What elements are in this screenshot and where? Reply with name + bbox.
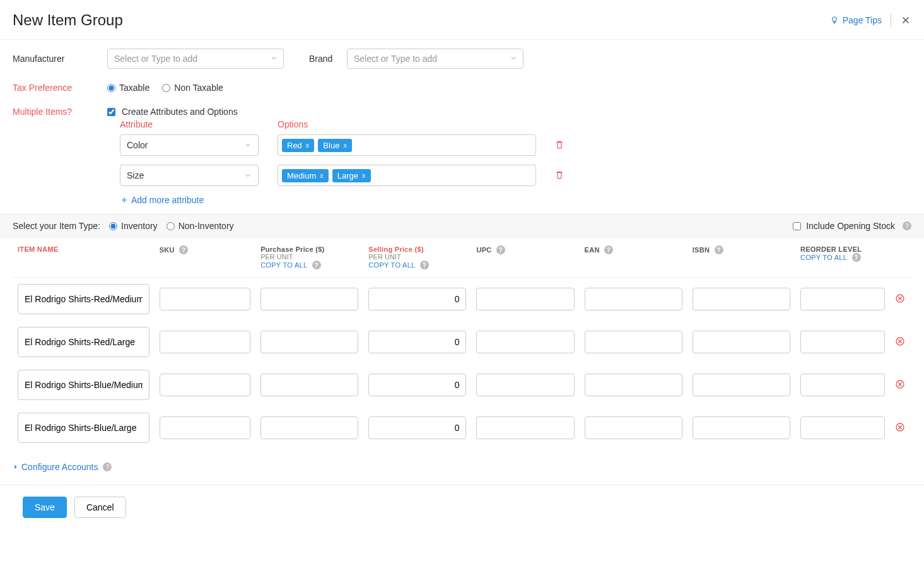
help-icon: ? [179,245,188,254]
selling-price-input[interactable] [368,374,466,396]
delete-row-button[interactable] [895,338,905,348]
copy-to-all-purchase[interactable]: COPY TO ALL [260,261,307,269]
save-button[interactable]: Save [23,497,67,518]
attribute-select-1[interactable]: Size [120,165,259,186]
options-box-0[interactable]: Redx Bluex [278,134,536,156]
configure-accounts-label: Configure Accounts [21,462,98,472]
help-icon: ? [312,261,321,269]
help-icon: ? [715,245,723,254]
attribute-header: Attribute [120,119,259,129]
isbn-input[interactable] [693,416,790,439]
page-tips-label: Page Tips [843,15,882,25]
purchase-price-input[interactable] [260,416,358,439]
option-tag[interactable]: Redx [282,139,314,152]
ean-input[interactable] [585,288,682,310]
col-purchase-price: Purchase Price ($) PER UNIT COPY TO ALL … [255,238,363,278]
plus-icon [120,196,129,204]
help-icon: ? [852,253,861,262]
taxable-label: Taxable [119,83,149,93]
delete-attribute-button[interactable] [555,170,564,181]
options-box-1[interactable]: Mediumx Largex [278,165,536,186]
manufacturer-select[interactable] [107,49,284,69]
delete-row-button[interactable] [895,295,905,305]
nontaxable-radio[interactable]: Non Taxable [162,83,223,93]
create-attributes-label: Create Attributes and Options [122,107,238,117]
purchase-price-input[interactable] [260,331,358,353]
brand-input[interactable] [347,49,523,69]
table-row [13,278,911,321]
attribute-select-0[interactable]: Color [120,134,259,156]
col-selling-price: Selling Price ($) PER UNIT COPY TO ALL ? [363,238,471,278]
tag-remove-icon[interactable]: x [362,172,366,179]
header-divider [891,13,891,27]
non-inventory-label: Non-Inventory [178,221,234,231]
multiple-items-label: Multiple Items? [13,107,107,117]
delete-attribute-button[interactable] [555,140,564,151]
upc-input[interactable] [476,288,574,310]
brand-label: Brand [309,54,347,64]
sku-input[interactable] [160,374,250,396]
isbn-input[interactable] [693,331,790,353]
reorder-input[interactable] [800,288,885,310]
reorder-input[interactable] [800,331,885,353]
tag-remove-icon[interactable]: x [343,141,347,149]
manufacturer-input[interactable] [107,49,284,69]
purchase-price-input[interactable] [260,374,358,396]
table-row [13,406,911,449]
ean-input[interactable] [585,331,682,353]
non-inventory-radio[interactable]: Non-Inventory [167,221,234,231]
inventory-radio[interactable]: Inventory [109,221,158,231]
copy-to-all-selling[interactable]: COPY TO ALL [368,261,415,269]
table-row [13,363,911,406]
include-opening-stock-checkbox[interactable]: Include Opening Stock ? [793,221,911,231]
isbn-input[interactable] [693,288,790,310]
inventory-label: Inventory [121,221,158,231]
reorder-input[interactable] [800,374,885,396]
option-tag[interactable]: Mediumx [282,169,329,182]
upc-input[interactable] [476,331,574,353]
tag-remove-icon[interactable]: x [306,141,310,149]
add-attribute-link[interactable]: Add more attribute [120,195,911,205]
nontaxable-label: Non Taxable [174,83,223,93]
sku-input[interactable] [160,416,250,439]
option-tag[interactable]: Largex [332,169,371,182]
upc-input[interactable] [476,374,574,396]
item-name-input[interactable] [18,370,149,400]
tax-pref-label: Tax Preference [13,83,107,93]
sku-input[interactable] [160,331,250,353]
create-attributes-checkbox[interactable]: Create Attributes and Options [107,107,238,117]
close-button[interactable] [900,15,911,26]
configure-accounts-link[interactable]: Configure Accounts ? [13,462,911,472]
purchase-price-input[interactable] [260,288,358,310]
item-name-input[interactable] [18,413,149,443]
chevron-down-icon [244,141,252,149]
attribute-row: Size Mediumx Largex [120,165,911,186]
selling-price-input[interactable] [368,331,466,353]
upc-input[interactable] [476,416,574,439]
brand-select[interactable] [347,49,523,69]
selling-price-input[interactable] [368,288,466,310]
reorder-input[interactable] [800,416,885,439]
ean-input[interactable] [585,374,682,396]
add-attribute-label: Add more attribute [131,195,204,205]
item-type-label: Select your Item Type: [13,221,100,231]
include-opening-label: Include Opening Stock [806,221,895,231]
copy-to-all-reorder[interactable]: COPY TO ALL [800,254,847,261]
item-name-input[interactable] [18,327,149,357]
tag-remove-icon[interactable]: x [320,172,324,179]
item-name-input[interactable] [18,284,149,314]
trash-icon [555,170,564,179]
page-tips-link[interactable]: Page Tips [830,15,882,25]
ean-input[interactable] [585,416,682,439]
option-tag[interactable]: Bluex [318,139,352,152]
close-icon [900,15,911,26]
taxable-radio[interactable]: Taxable [107,83,149,93]
delete-row-button[interactable] [895,381,905,391]
isbn-input[interactable] [693,374,790,396]
delete-row-button[interactable] [895,424,905,434]
trash-icon [555,140,564,149]
selling-price-input[interactable] [368,416,466,439]
sku-input[interactable] [160,288,250,310]
help-icon: ? [604,245,613,254]
cancel-button[interactable]: Cancel [74,497,126,518]
